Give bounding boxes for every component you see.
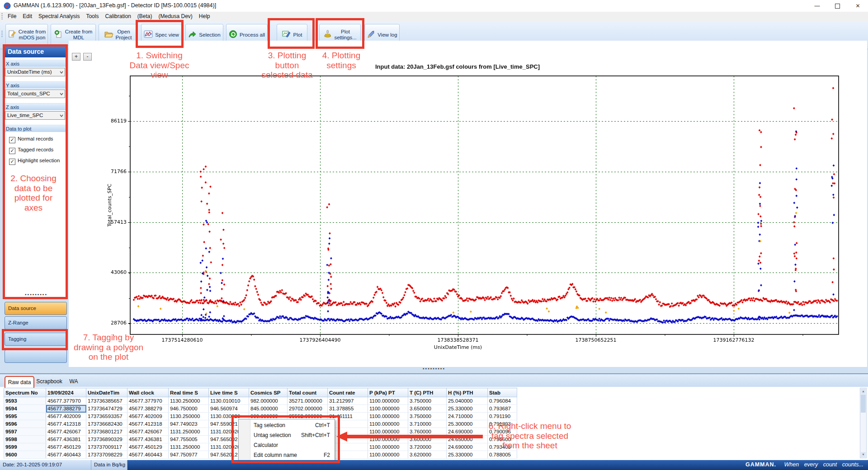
data-cell[interactable]: 35271.000000 <box>288 397 328 405</box>
menu-item--medusa-dev-[interactable]: (Medusa Dev) <box>156 12 196 21</box>
menu-item-calibration[interactable]: Calibration <box>102 12 134 21</box>
data-cell[interactable]: 3.620000 <box>408 451 447 459</box>
data-cell[interactable]: 45677.450129 <box>46 443 86 451</box>
data-cell[interactable]: 173736682430 <box>86 420 127 428</box>
data-cell[interactable]: 24.690000 <box>447 428 488 436</box>
close-button[interactable]: ✕ <box>848 0 868 12</box>
data-cell[interactable]: 1100.000000 <box>368 405 408 413</box>
data-cell[interactable]: 31.378855 <box>328 405 368 413</box>
data-cell[interactable]: 31.212997 <box>328 397 368 405</box>
horizontal-splitter[interactable]: ▪▪▪▪▪▪▪▪▪ <box>0 367 868 373</box>
row-header-cell[interactable]: 9594 <box>4 405 46 413</box>
data-cell[interactable]: 845.000000 <box>249 405 288 413</box>
data-cell[interactable]: 1130.250000 <box>169 397 209 405</box>
row-header-cell[interactable]: 9597 <box>4 428 46 436</box>
row-header-cell[interactable]: 9596 <box>4 420 46 428</box>
data-cell[interactable]: 173736474729 <box>86 405 127 413</box>
column-header-real-time-s[interactable]: Real time S <box>169 388 209 397</box>
menu-item--beta-[interactable]: (Beta) <box>134 12 156 21</box>
column-header-count-rate[interactable]: Count rate <box>328 388 368 397</box>
column-header-live-time-s[interactable]: Live time S <box>209 388 249 397</box>
data-cell[interactable]: 45677.402009 <box>46 413 86 420</box>
data-cell[interactable]: 173736890329 <box>86 436 127 443</box>
sheet-tab-raw-data[interactable]: Raw data <box>5 376 34 388</box>
data-cell[interactable]: 1131.250000 <box>169 443 209 451</box>
row-header-cell[interactable]: 9598 <box>4 436 46 443</box>
column-header-p-kpa-pt[interactable]: P (kPa) PT <box>368 388 408 397</box>
data-cell[interactable]: 25.330000 <box>447 405 488 413</box>
context-menu-item-calculator[interactable]: Calculator <box>239 440 335 450</box>
checkbox-tagged-records[interactable]: ✓Tagged records <box>9 146 66 154</box>
data-cell[interactable]: 0.795600 <box>488 436 517 443</box>
row-header-cell[interactable]: 9593 <box>4 397 46 405</box>
data-cell[interactable]: 45677.377970 <box>127 397 169 405</box>
data-cell[interactable]: 45677.402009 <box>127 413 169 420</box>
x-axis-dropdown[interactable]: UnixDateTime (ms) <box>5 68 65 76</box>
menu-item-tools[interactable]: Tools <box>83 12 102 21</box>
data-cell[interactable]: 45677.377970 <box>46 397 86 405</box>
data-cell[interactable]: 173737009117 <box>86 443 127 451</box>
sidebar-tab-z-range[interactable]: Z-Range <box>5 316 67 329</box>
data-cell[interactable]: 3.650000 <box>408 405 447 413</box>
data-cell[interactable]: 1100.000000 <box>368 413 408 420</box>
data-cell[interactable]: 24.710000 <box>447 413 488 420</box>
data-cell[interactable]: 45677.426067 <box>46 428 86 436</box>
data-cell[interactable]: 3.750000 <box>408 397 447 405</box>
data-cell[interactable]: 3.760000 <box>408 428 447 436</box>
menu-item-edit[interactable]: Edit <box>19 12 35 21</box>
data-cell[interactable]: 1130.250000 <box>169 413 209 420</box>
data-cell[interactable]: 45677.388279 <box>46 405 86 413</box>
column-header-t-c-pth[interactable]: T (C) PTH <box>408 388 447 397</box>
sidebar-tab-data-source[interactable]: Data source <box>5 302 67 315</box>
data-cell[interactable]: 947.750977 <box>169 451 209 459</box>
sheet-tab-wa[interactable]: WA <box>66 376 81 387</box>
sidebar-splitter-grip[interactable]: ▪▪▪▪▪▪▪▪▪ <box>14 292 59 297</box>
data-cell[interactable]: 1130.010010 <box>209 397 249 405</box>
data-cell[interactable]: 1100.000000 <box>368 428 408 436</box>
column-header-h-pth[interactable]: H (%) PTH <box>447 388 488 397</box>
data-cell[interactable]: 946.560974 <box>209 405 249 413</box>
data-cell[interactable]: 25.330000 <box>447 451 488 459</box>
data-cell[interactable]: 45677.436381 <box>127 436 169 443</box>
data-cell[interactable]: 0.796084 <box>488 397 517 405</box>
data-cell[interactable]: 29702.000000 <box>288 405 328 413</box>
table-vertical-scrollbar[interactable]: ▲ ▼ <box>860 388 867 458</box>
data-cell[interactable]: 982.000000 <box>249 397 288 405</box>
data-cell[interactable]: 0.793687 <box>488 405 517 413</box>
sidebar-tab-empty[interactable] <box>5 350 67 363</box>
data-cell[interactable]: 947.755005 <box>169 436 209 443</box>
menu-item-spectral-analysis[interactable]: Spectral Analysis <box>35 12 83 21</box>
data-cell[interactable]: 947.749023 <box>169 420 209 428</box>
data-cell[interactable]: 45677.460443 <box>46 451 86 459</box>
menu-item-help[interactable]: Help <box>196 12 213 21</box>
z-axis-dropdown[interactable]: Live_time_SPC <box>5 111 65 120</box>
y-axis-dropdown[interactable]: Total_counts_SPC <box>5 89 65 98</box>
data-cell[interactable]: 1100.000000 <box>368 420 408 428</box>
row-header-cell[interactable]: 9595 <box>4 413 46 420</box>
data-cell[interactable]: 45677.460443 <box>127 451 169 459</box>
data-cell[interactable]: 1131.250000 <box>169 428 209 436</box>
checkbox-normal-records[interactable]: ✓Normal records <box>9 136 66 143</box>
data-cell[interactable]: 173737098229 <box>86 451 127 459</box>
data-cell[interactable]: 45677.388279 <box>127 405 169 413</box>
column-header-unixdatetim[interactable]: UnixDateTim <box>86 388 127 397</box>
data-cell[interactable]: 0.791393 <box>488 420 517 428</box>
maximize-button[interactable] <box>827 0 848 12</box>
data-cell[interactable]: 3.710000 <box>408 420 447 428</box>
checkbox-highlight-selection[interactable]: ✓Highlight selection <box>9 157 66 164</box>
context-menu-item-tag-selection[interactable]: Tag selectionCtrl+T <box>239 420 335 430</box>
data-cell[interactable]: 45677.412318 <box>46 420 86 428</box>
data-cell[interactable]: 3.720000 <box>408 443 447 451</box>
column-header-cosmics-sp[interactable]: Cosmics SP <box>249 388 288 397</box>
column-header-19-09-2024[interactable]: 19/09/2024 <box>46 388 86 397</box>
data-cell[interactable]: 1100.000000 <box>368 443 408 451</box>
sheet-tab-scrapbook[interactable]: Scrapbook <box>35 376 63 387</box>
column-header-stab[interactable]: Stab <box>488 388 517 397</box>
create-from-mdos-json-button[interactable]: Create frommDOS json <box>5 24 48 46</box>
data-cell[interactable]: 45677.412318 <box>127 420 169 428</box>
data-cell[interactable]: 173736385657 <box>86 397 127 405</box>
scroll-down-arrow[interactable]: ▼ <box>861 452 866 457</box>
data-cell[interactable]: 0.791190 <box>488 413 517 420</box>
row-header-cell[interactable]: 9600 <box>4 451 46 459</box>
data-cell[interactable]: 1100.000000 <box>368 451 408 459</box>
